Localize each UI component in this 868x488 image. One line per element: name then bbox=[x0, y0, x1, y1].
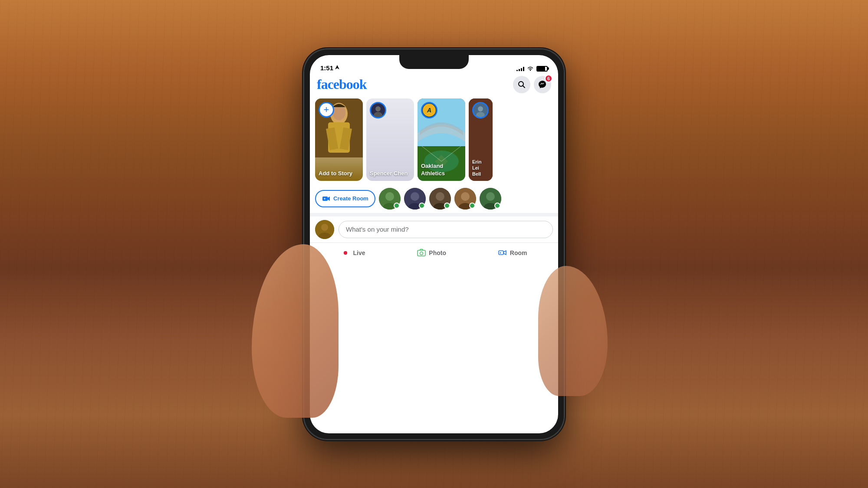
friends-section: Create Room bbox=[310, 184, 558, 213]
oakland-athletics-card[interactable]: A Oakland Athletics bbox=[418, 98, 465, 181]
composer-placeholder: What's on your mind? bbox=[346, 226, 409, 233]
spencer-avatar bbox=[370, 102, 386, 118]
create-room-label: Create Room bbox=[333, 195, 368, 202]
add-story-plus-button[interactable]: + bbox=[319, 102, 334, 118]
search-button[interactable] bbox=[513, 76, 530, 93]
wifi-icon bbox=[527, 66, 534, 71]
status-icons bbox=[516, 66, 548, 72]
time-display: 1:51 bbox=[320, 64, 333, 72]
online-indicator bbox=[494, 203, 500, 209]
friend-avatar-2[interactable] bbox=[404, 188, 426, 210]
svg-point-35 bbox=[461, 192, 470, 201]
svg-point-0 bbox=[530, 70, 531, 71]
live-button[interactable]: Live bbox=[335, 245, 370, 261]
spencer-chen-label: Spencer Chen bbox=[370, 170, 411, 177]
status-time: 1:51 bbox=[320, 64, 339, 72]
erin-avatar bbox=[472, 102, 489, 118]
svg-point-26 bbox=[385, 192, 394, 201]
friend-avatar-4[interactable] bbox=[454, 188, 476, 210]
location-arrow-icon bbox=[335, 65, 339, 70]
room-icon bbox=[498, 248, 507, 258]
hand-right bbox=[538, 266, 608, 396]
svg-point-41 bbox=[321, 224, 328, 231]
phone-screen: 1:51 bbox=[310, 55, 558, 433]
plus-icon: + bbox=[324, 105, 329, 115]
add-to-story-label: Add to Story bbox=[319, 170, 359, 177]
phone-body: 1:51 bbox=[304, 49, 564, 439]
athletics-a-logo: A bbox=[423, 104, 436, 117]
messenger-button[interactable]: 6 bbox=[534, 76, 551, 93]
online-indicator bbox=[444, 203, 450, 209]
app-header: facebook 6 bbox=[310, 74, 558, 97]
friend-avatar-5[interactable] bbox=[480, 188, 501, 210]
battery-icon bbox=[536, 66, 548, 72]
search-icon bbox=[518, 81, 526, 88]
friend-avatar-3[interactable] bbox=[429, 188, 451, 210]
phone-notch bbox=[399, 55, 469, 69]
user-avatar bbox=[315, 220, 334, 239]
stories-scroll: + Add to Story Spencer bbox=[310, 98, 558, 181]
room-button[interactable]: Room bbox=[493, 245, 533, 261]
hand-left bbox=[252, 244, 339, 418]
photo-icon bbox=[417, 248, 426, 258]
svg-point-29 bbox=[411, 192, 419, 201]
photo-label: Photo bbox=[429, 249, 446, 256]
composer-section: What's on your mind? bbox=[310, 213, 558, 242]
svg-point-44 bbox=[344, 251, 347, 255]
header-action-icons: 6 bbox=[513, 76, 551, 93]
messenger-badge: 6 bbox=[545, 75, 552, 82]
svg-point-46 bbox=[420, 252, 423, 255]
oakland-athletics-label: Oakland Athletics bbox=[421, 163, 462, 177]
svg-line-2 bbox=[523, 85, 525, 88]
facebook-logo: facebook bbox=[317, 76, 367, 92]
post-actions-bar: Live Photo bbox=[310, 242, 558, 265]
room-label: Room bbox=[510, 249, 527, 256]
composer-input[interactable]: What's on your mind? bbox=[339, 221, 553, 238]
power-button bbox=[564, 136, 566, 170]
signal-icon bbox=[516, 66, 524, 71]
live-label: Live bbox=[353, 249, 365, 256]
erin-bell-card[interactable]: Erin Lei Bell bbox=[469, 98, 493, 181]
athletics-logo: A bbox=[421, 102, 437, 118]
svg-point-32 bbox=[436, 192, 444, 201]
photo-button[interactable]: Photo bbox=[411, 245, 451, 261]
erin-bell-label: Erin Lei Bell bbox=[472, 159, 489, 177]
online-indicator bbox=[419, 203, 425, 209]
video-plus-icon bbox=[322, 194, 331, 203]
online-indicator bbox=[469, 203, 475, 209]
add-to-story-card[interactable]: + Add to Story bbox=[315, 98, 363, 181]
svg-point-20 bbox=[478, 106, 483, 111]
svg-point-38 bbox=[486, 192, 495, 201]
friend-avatar-1[interactable] bbox=[379, 188, 401, 210]
stories-section: + Add to Story Spencer bbox=[310, 97, 558, 184]
spencer-chen-card[interactable]: Spencer Chen bbox=[366, 98, 414, 181]
online-indicator bbox=[394, 203, 400, 209]
phone-device: 1:51 bbox=[304, 49, 564, 439]
live-icon bbox=[341, 248, 350, 258]
create-room-button[interactable]: Create Room bbox=[315, 190, 375, 207]
svg-point-10 bbox=[375, 106, 381, 111]
